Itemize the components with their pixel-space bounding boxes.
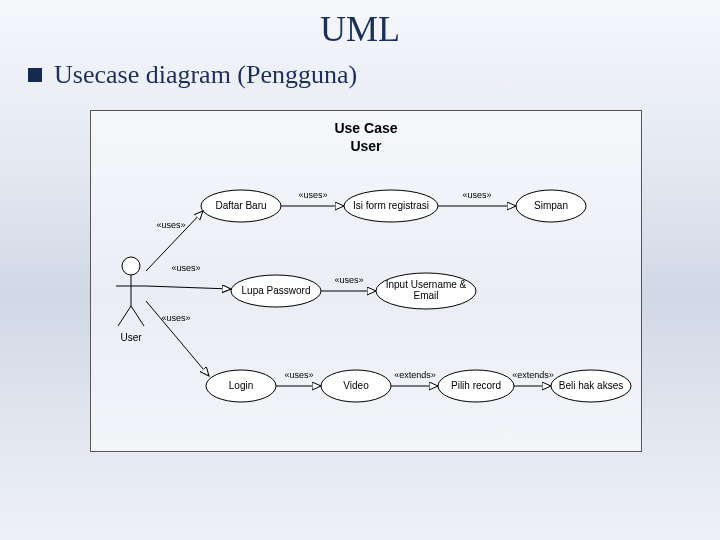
uc-simpan-label: Simpan xyxy=(534,200,568,211)
slide-title: UML xyxy=(0,8,720,50)
uc-login-label: Login xyxy=(229,380,253,391)
usecase-diagram-svg: Use Case User User Daftar Baru Isi form … xyxy=(91,111,641,451)
bullet-row: Usecase diagram (Pengguna) xyxy=(28,60,720,90)
uc-input-user-label1: Input Username & xyxy=(386,279,467,290)
diagram-title-2: User xyxy=(350,138,382,154)
svg-point-0 xyxy=(122,257,140,275)
uc-beli-hak-akses-label: Beli hak akses xyxy=(559,380,623,391)
uc-input-user-label2: Email xyxy=(413,290,438,301)
diagram-title-1: Use Case xyxy=(334,120,397,136)
stereo-uses-3: «uses» xyxy=(161,313,190,323)
stereo-uses-2: «uses» xyxy=(171,263,200,273)
uc-video-label: Video xyxy=(343,380,369,391)
svg-line-4 xyxy=(131,306,144,326)
stereo-uses-1: «uses» xyxy=(156,220,185,230)
actor-user-icon xyxy=(116,257,146,326)
bullet-square-icon xyxy=(28,68,42,82)
stereo-extends-1: «extends» xyxy=(394,370,436,380)
svg-line-3 xyxy=(118,306,131,326)
uc-daftar-baru-label: Daftar Baru xyxy=(215,200,266,211)
stereo-uses-6: «uses» xyxy=(334,275,363,285)
stereo-extends-2: «extends» xyxy=(512,370,554,380)
uc-isi-form-label: Isi form registrasi xyxy=(353,200,429,211)
actor-label: User xyxy=(120,332,142,343)
uc-pilih-record-label: Pilih record xyxy=(451,380,501,391)
rel-actor-lupa xyxy=(146,286,231,289)
bullet-text: Usecase diagram (Pengguna) xyxy=(54,60,357,90)
stereo-uses-5: «uses» xyxy=(462,190,491,200)
uc-lupa-password-label: Lupa Password xyxy=(242,285,311,296)
diagram-frame: Use Case User User Daftar Baru Isi form … xyxy=(90,110,642,452)
stereo-uses-4: «uses» xyxy=(298,190,327,200)
stereo-uses-7: «uses» xyxy=(284,370,313,380)
